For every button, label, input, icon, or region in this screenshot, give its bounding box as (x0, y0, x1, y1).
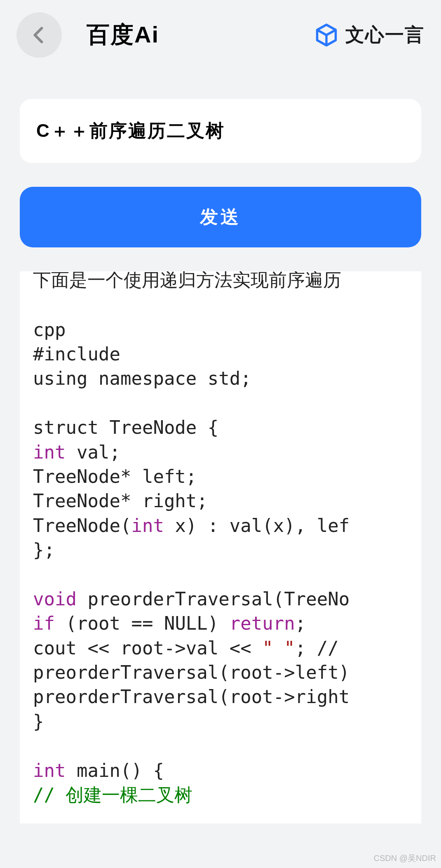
prompt-input[interactable]: C＋＋前序遍历二叉树 (20, 99, 421, 163)
header: 百度Ai 文心一言 (0, 0, 441, 70)
prompt-text: C＋＋前序遍历二叉树 (36, 120, 225, 141)
send-button[interactable]: 发送 (20, 187, 421, 247)
page-title: 百度Ai (87, 19, 159, 51)
code-block: cpp #include using namespace std; struct… (33, 318, 408, 807)
brand-text: 文心一言 (345, 22, 425, 48)
arrow-left-icon (29, 25, 49, 45)
cube-icon (314, 23, 339, 47)
back-button[interactable] (16, 12, 62, 58)
response-intro: 下面是一个使用递归方法实现前序遍历 (33, 271, 408, 318)
watermark: CSDN @吴NDIR (374, 853, 436, 864)
header-left: 百度Ai (16, 12, 159, 58)
brand[interactable]: 文心一言 (314, 22, 425, 48)
content: C＋＋前序遍历二叉树 发送 下面是一个使用递归方法实现前序遍历 cpp #inc… (0, 99, 441, 823)
response-card: 下面是一个使用递归方法实现前序遍历 cpp #include using nam… (20, 271, 421, 823)
